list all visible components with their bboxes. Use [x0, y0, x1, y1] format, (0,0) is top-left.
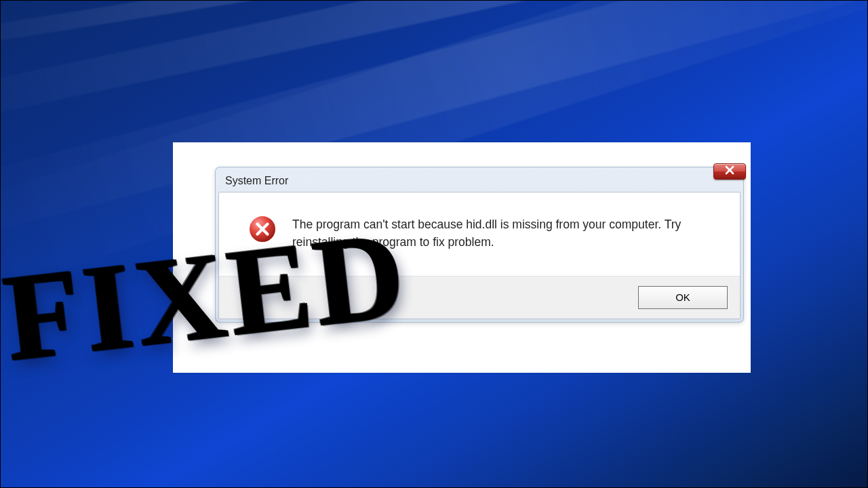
close-button[interactable]	[713, 163, 746, 180]
error-message: The program can't start because hid.dll …	[292, 216, 719, 251]
message-area: The program can't start because hid.dll …	[219, 192, 740, 276]
dialog-body: The program can't start because hid.dll …	[218, 192, 741, 319]
dialog-title: System Error	[225, 175, 739, 187]
ok-button[interactable]: OK	[638, 286, 728, 309]
button-row: OK	[219, 276, 740, 319]
close-icon	[725, 165, 734, 178]
error-icon	[248, 214, 277, 244]
system-error-dialog: System Error	[215, 167, 744, 323]
dialog-titlebar[interactable]: System Error	[218, 170, 741, 192]
